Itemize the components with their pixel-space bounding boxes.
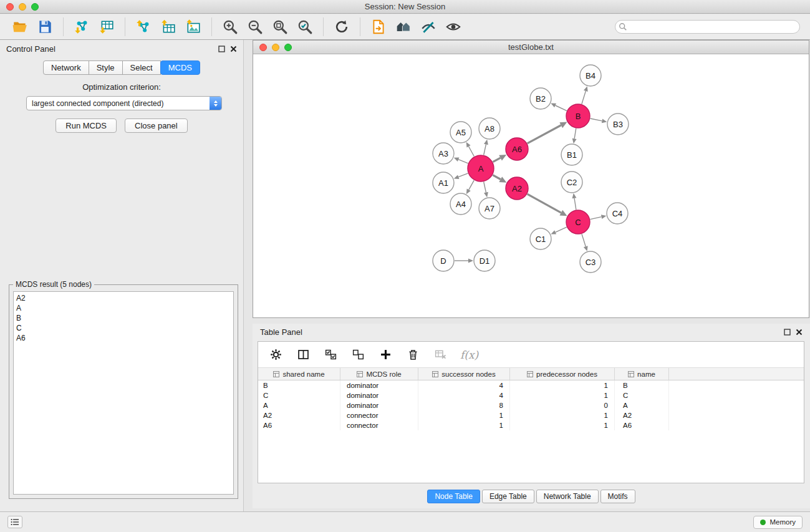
add-column-button[interactable] (378, 347, 393, 362)
show-graphics-button[interactable] (441, 16, 466, 37)
table-cell[interactable]: A2 (258, 410, 340, 420)
export-network-button[interactable] (131, 16, 156, 37)
graph-edge-B-B3[interactable] (591, 118, 602, 121)
column-header[interactable]: name (615, 368, 669, 380)
graph-edge-A-A8[interactable] (484, 144, 486, 155)
table-cell[interactable]: dominator (340, 390, 418, 400)
list-item[interactable]: B (14, 313, 233, 323)
float-panel-icon[interactable] (218, 46, 225, 52)
tab-mcds[interactable]: MCDS (160, 60, 200, 75)
table-cell[interactable]: 1 (510, 410, 615, 420)
tab-network[interactable]: Network (43, 60, 89, 75)
tab-style[interactable]: Style (89, 60, 123, 75)
task-history-button[interactable] (7, 516, 22, 528)
table-cell[interactable]: C (615, 390, 669, 400)
table-cell[interactable]: dominator (340, 400, 418, 410)
graph-edge-C-C3[interactable] (582, 234, 586, 246)
tab-node-table[interactable]: Node Table (427, 490, 480, 503)
zoom-in-button[interactable] (218, 16, 243, 37)
table-cell[interactable]: B (615, 380, 669, 390)
apply-layout-button[interactable] (329, 16, 354, 37)
tab-network-table[interactable]: Network Table (536, 490, 599, 503)
search-input[interactable] (615, 20, 800, 34)
table-row[interactable]: Cdominator41C (258, 390, 804, 400)
network-window-titlebar[interactable]: testGlobe.txt (253, 41, 809, 54)
unselect-all-button[interactable] (350, 347, 365, 362)
table-cell[interactable]: 1 (510, 420, 615, 430)
network-overview-button[interactable] (391, 16, 416, 37)
table-cell[interactable]: 8 (418, 400, 510, 410)
list-item[interactable]: A6 (14, 333, 233, 343)
run-mcds-button[interactable]: Run MCDS (55, 118, 117, 133)
graph-edge-A-A3[interactable] (458, 160, 468, 163)
show-columns-button[interactable] (296, 347, 311, 362)
save-session-button[interactable] (32, 16, 57, 37)
table-cell[interactable]: A (258, 400, 340, 410)
table-row[interactable]: A2connector11A2 (258, 410, 804, 420)
tab-motifs[interactable]: Motifs (600, 490, 635, 503)
network-canvas[interactable]: B4B2BB3A8A5A6A3B1AC2A1A2A4A7C4CC1C3DD1 (253, 54, 809, 317)
select-all-button[interactable] (323, 347, 338, 362)
column-header[interactable]: predecessor nodes (510, 368, 615, 380)
list-item[interactable]: A (14, 303, 233, 313)
table-settings-button[interactable] (268, 347, 283, 362)
criterion-dropdown[interactable]: largest connected component (directed) (26, 96, 222, 110)
table-cell[interactable]: B (258, 380, 340, 390)
graph-edge-A6-B[interactable] (528, 125, 561, 143)
export-image-button[interactable] (181, 16, 206, 37)
column-header[interactable]: successor nodes (418, 368, 510, 380)
float-table-panel-icon[interactable] (784, 329, 791, 336)
table-row[interactable]: Adominator80A (258, 400, 804, 410)
close-table-panel-icon[interactable] (796, 329, 803, 336)
table-cell[interactable]: C (258, 390, 340, 400)
table-cell[interactable]: 4 (418, 390, 510, 400)
list-item[interactable]: C (14, 323, 233, 333)
table-cell[interactable]: connector (340, 420, 418, 430)
zoom-selected-button[interactable] (292, 16, 317, 37)
function-builder-button[interactable]: f(x) (460, 349, 478, 361)
export-table-button[interactable] (156, 16, 181, 37)
table-cell[interactable]: connector (340, 410, 418, 420)
graph-edge-A-A5[interactable] (469, 147, 475, 157)
delete-table-button[interactable] (433, 347, 448, 362)
table-cell[interactable]: 4 (418, 380, 510, 390)
graph-edge-A-A7[interactable] (484, 181, 486, 192)
import-table-button[interactable] (94, 16, 119, 37)
open-session-button[interactable] (7, 16, 32, 37)
table-cell[interactable]: A6 (258, 420, 340, 430)
column-header[interactable]: shared name (258, 368, 340, 380)
graph-edge-C-C4[interactable] (591, 217, 602, 220)
memory-button[interactable]: Memory (753, 516, 803, 529)
table-cell[interactable]: 1 (510, 380, 615, 390)
close-panel-icon[interactable] (230, 46, 237, 52)
table-cell[interactable]: A (615, 400, 669, 410)
delete-column-button[interactable] (405, 347, 420, 362)
tab-select[interactable]: Select (122, 60, 161, 75)
table-row[interactable]: A6connector11A6 (258, 420, 804, 430)
graph-edge-C-C1[interactable] (556, 227, 567, 232)
zoom-fit-button[interactable] (268, 16, 292, 37)
table-row[interactable]: Bdominator41B (258, 380, 804, 390)
table-cell[interactable]: A2 (615, 410, 669, 420)
graph-edge-A-A6[interactable] (493, 158, 500, 162)
tab-edge-table[interactable]: Edge Table (482, 490, 534, 503)
graph-edge-A-A4[interactable] (469, 180, 475, 190)
column-header[interactable]: MCDS role (340, 368, 418, 380)
table-cell[interactable]: 1 (510, 390, 615, 400)
graph-edge-B-B2[interactable] (556, 105, 567, 111)
graph-edge-C-C2[interactable] (574, 198, 576, 210)
style-toggle-button[interactable] (416, 16, 441, 37)
table-cell[interactable]: A6 (615, 420, 669, 430)
graph-edge-A-A1[interactable] (458, 173, 468, 177)
list-item[interactable]: A2 (14, 293, 233, 303)
import-network-button[interactable] (69, 16, 94, 37)
table-cell[interactable]: 0 (510, 400, 615, 410)
table-cell[interactable]: 1 (418, 420, 510, 430)
table-cell[interactable]: dominator (340, 380, 418, 390)
graph-edge-B-B1[interactable] (574, 128, 576, 139)
network-view[interactable]: B4B2BB3A8A5A6A3B1AC2A1A2A4A7C4CC1C3DD1 (253, 54, 809, 317)
zoom-out-button[interactable] (243, 16, 268, 37)
graph-edge-B-B4[interactable] (582, 91, 586, 104)
close-panel-button[interactable]: Close panel (125, 118, 188, 133)
new-network-button[interactable] (366, 16, 391, 37)
